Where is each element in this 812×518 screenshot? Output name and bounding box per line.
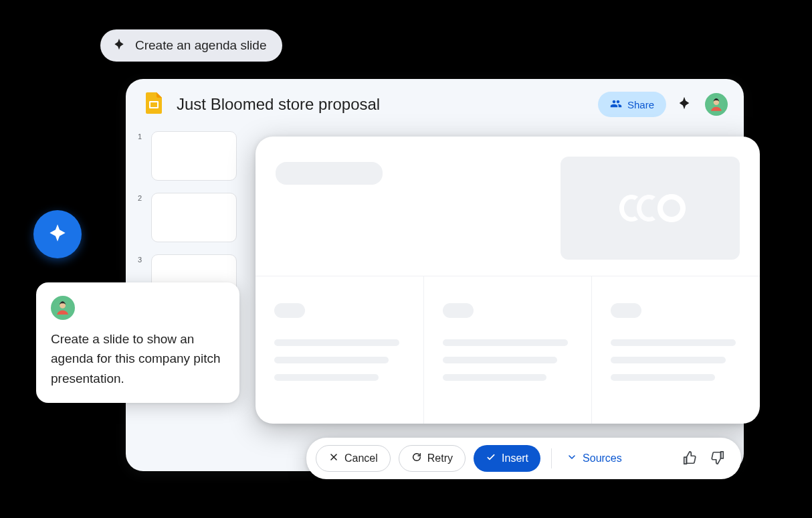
generated-column: [256, 276, 424, 424]
generated-slide-preview: [256, 137, 760, 424]
thumbs-down-icon: [710, 457, 725, 467]
feedback-group: [680, 448, 728, 470]
placeholder-line: [611, 374, 715, 381]
retry-button-label: Retry: [427, 452, 453, 464]
insert-button-label: Insert: [502, 452, 528, 464]
slide-number: 2: [138, 193, 146, 202]
sources-button-label: Sources: [583, 452, 622, 464]
placeholder-line: [443, 374, 547, 381]
placeholder-heading: [611, 303, 641, 318]
prompt-card: Create a slide to show an agenda for thi…: [36, 282, 239, 403]
placeholder-image: [561, 157, 740, 260]
slide-thumbnail[interactable]: [151, 193, 237, 242]
cancel-button[interactable]: Cancel: [316, 445, 391, 472]
placeholder-line: [443, 357, 557, 363]
placeholder-line: [274, 339, 399, 346]
gemini-spark-icon[interactable]: [677, 96, 694, 113]
generation-action-bar: Cancel Retry Insert Sources: [306, 438, 741, 479]
placeholder-title: [276, 162, 383, 185]
people-icon: [610, 98, 622, 112]
sources-button[interactable]: Sources: [563, 445, 626, 472]
slide-number: 3: [138, 254, 146, 264]
retry-button[interactable]: Retry: [399, 445, 466, 472]
user-avatar: [51, 296, 75, 320]
thumbs-up-icon: [682, 457, 697, 467]
svg-rect-1: [150, 102, 157, 107]
thumbs-down-button[interactable]: [708, 448, 728, 470]
suggestion-chip[interactable]: Create an agenda slide: [100, 29, 282, 62]
user-avatar[interactable]: [705, 93, 728, 116]
generated-column: [592, 276, 760, 424]
refresh-icon: [411, 452, 422, 465]
generated-column: [424, 276, 593, 424]
placeholder-image-glyph: [561, 157, 740, 260]
share-button-label: Share: [627, 99, 654, 110]
placeholder-line: [274, 374, 379, 381]
slides-logo-icon: [142, 91, 166, 118]
thumbs-up-button[interactable]: [680, 448, 700, 470]
slide-number: 1: [138, 131, 146, 141]
slide-thumbnail[interactable]: [151, 131, 237, 181]
placeholder-heading: [443, 303, 474, 318]
generated-slide-panel: [256, 137, 760, 424]
prompt-text: Create a slide to show an agenda for thi…: [51, 329, 225, 388]
placeholder-line: [274, 357, 389, 363]
placeholder-heading: [274, 303, 305, 318]
share-button[interactable]: Share: [598, 92, 666, 117]
cancel-button-label: Cancel: [344, 452, 378, 464]
spark-icon: [112, 37, 126, 54]
suggestion-chip-label: Create an agenda slide: [135, 38, 266, 53]
spark-icon: [48, 224, 67, 245]
chevron-down-icon: [567, 452, 577, 465]
check-icon: [486, 452, 496, 465]
document-title[interactable]: Just Bloomed store proposal: [177, 95, 587, 114]
gemini-badge[interactable]: [33, 210, 82, 258]
insert-button[interactable]: Insert: [474, 445, 540, 472]
separator: [551, 448, 552, 468]
slides-header: Just Bloomed store proposal Share: [126, 79, 744, 127]
close-icon: [328, 452, 339, 465]
placeholder-line: [611, 339, 736, 346]
placeholder-line: [443, 339, 568, 346]
placeholder-line: [611, 357, 725, 363]
